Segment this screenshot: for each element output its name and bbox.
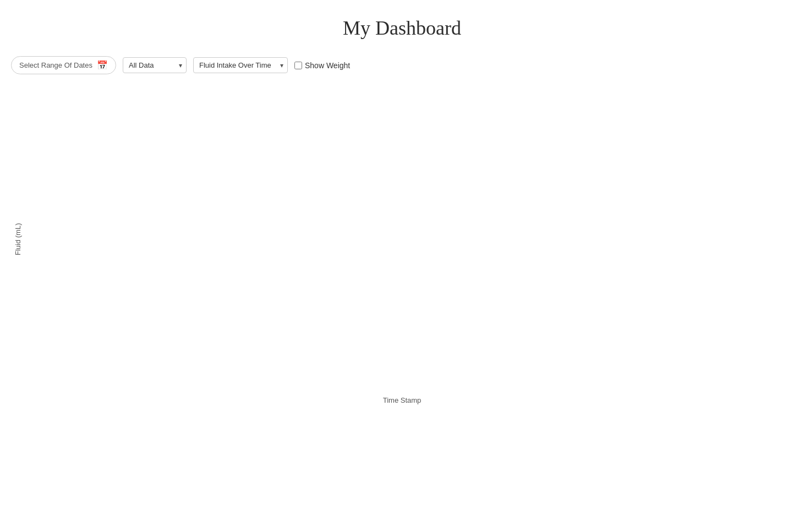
svg-point-82: [388, 290, 392, 295]
x-tick-label: 05/02/2010,22:16:41: [81, 393, 98, 439]
chart-container: Fluid (mL) 708090100110120130140150 01/0…: [11, 85, 793, 450]
svg-point-88: [490, 161, 495, 165]
svg-text:110: 110: [34, 233, 45, 240]
svg-point-100: [694, 182, 699, 186]
x-tick-label: 05/02/2021,22:16:41: [776, 393, 793, 439]
x-tick-label: 01/01/2020,22:16:41: [657, 393, 674, 439]
x-tick-label: 05/02/2011,22:16:41: [132, 393, 149, 439]
x-tick-label: 01/01/2011,22:16:41: [97, 393, 114, 439]
svg-point-70: [184, 175, 188, 179]
x-tick-label: 02/02/2013,22:16:41: [233, 393, 250, 439]
date-range-button[interactable]: Select Range Of Dates 📅: [11, 56, 116, 74]
x-tick-label: 02/02/2018,22:16:41: [555, 393, 572, 439]
svg-point-64: [81, 217, 86, 221]
x-tick-label: 04/01/2016,22:16:41: [454, 393, 471, 439]
x-tick-label: 02/02/2016,22:16:41: [437, 393, 454, 439]
x-tick-label: 04/01/2014,22:16:41: [335, 393, 352, 439]
x-tick-label: 01/01/2012,22:16:41: [149, 393, 166, 439]
svg-point-83: [405, 157, 409, 162]
x-tick-label: 02/02/2020,22:16:41: [674, 393, 691, 439]
svg-point-105: [780, 266, 784, 270]
show-weight-checkbox[interactable]: [294, 62, 302, 69]
show-weight-label[interactable]: Show Weight: [294, 61, 350, 70]
all-data-select-wrapper: All DataLast 30 DaysLast 90 DaysCustom: [123, 57, 187, 73]
show-weight-text: Show Weight: [305, 61, 350, 70]
svg-point-89: [507, 157, 512, 162]
x-axis-ticks: 01/01/2010,22:16:4102/02/2010,22:16:4105…: [22, 393, 793, 439]
svg-text:90: 90: [38, 303, 46, 311]
x-tick-label: 04/01/2013,22:16:41: [267, 393, 285, 439]
x-tick-label: 01/01/2014,22:16:41: [284, 393, 301, 439]
svg-point-72: [218, 206, 222, 211]
chart-type-select[interactable]: Fluid Intake Over TimeWeight Over TimeCo…: [193, 57, 288, 73]
svg-point-92: [559, 326, 563, 330]
svg-point-63: [64, 266, 69, 270]
svg-point-85: [439, 242, 444, 246]
svg-point-77: [303, 193, 307, 197]
svg-point-101: [712, 238, 716, 242]
svg-point-66: [116, 108, 120, 113]
svg-text:70: 70: [38, 373, 46, 381]
svg-point-94: [593, 147, 597, 151]
x-tick-label: 03/01/2017,22:16:41: [505, 393, 522, 439]
x-tick-label: 03/03/2012,22:16:41: [183, 393, 200, 439]
svg-point-97: [643, 112, 648, 116]
svg-point-104: [763, 125, 767, 130]
svg-point-87: [473, 224, 478, 228]
controls-bar: Select Range Of Dates 📅 All DataLast 30 …: [0, 51, 804, 80]
x-tick-label: 02/02/2011,22:16:41: [114, 393, 132, 439]
x-tick-label: 05/02/2012,22:16:41: [199, 393, 216, 439]
x-tick-label: 05/02/2015,22:16:41: [403, 393, 420, 439]
svg-point-93: [574, 92, 582, 100]
x-tick-label: 03/03/2019,22:16:41: [623, 393, 641, 439]
x-tick-label: 01/01/2016,22:16:41: [420, 393, 437, 439]
svg-point-84: [422, 157, 426, 162]
svg-point-103: [746, 133, 750, 137]
svg-point-71: [201, 171, 205, 175]
x-tick-label: 01/01/2013,22:16:41: [216, 393, 233, 439]
svg-text:130: 130: [34, 163, 45, 171]
x-tick-label: 05/02/2019,22:16:41: [640, 393, 657, 439]
svg-text:140: 140: [34, 128, 45, 135]
x-tick-label: 05/02/2016,22:16:41: [471, 393, 488, 439]
svg-point-75: [269, 182, 273, 186]
y-axis-label: Fluid (mL): [11, 85, 22, 439]
chart-inner: 708090100110120130140150 01/01/2010,22:1…: [22, 85, 793, 439]
svg-text:100: 100: [34, 268, 45, 276]
svg-point-69: [167, 210, 171, 214]
svg-point-102: [729, 147, 733, 151]
svg-point-74: [251, 108, 256, 113]
svg-point-65: [99, 280, 103, 284]
x-tick-label: 02/02/2010,22:16:41: [64, 393, 81, 439]
svg-point-95: [609, 206, 614, 211]
chart-area: Fluid (mL) 708090100110120130140150 01/0…: [11, 85, 793, 439]
svg-point-78: [320, 119, 324, 123]
x-tick-label: 04/02/2017,22:16:41: [522, 393, 539, 439]
svg-point-91: [542, 234, 546, 239]
svg-point-99: [677, 115, 682, 119]
svg-point-73: [234, 119, 239, 123]
svg-text:150: 150: [34, 92, 45, 100]
calendar-icon: 📅: [97, 60, 108, 70]
main-chart-svg: 708090100110120130140150: [22, 85, 793, 393]
svg-point-90: [524, 153, 529, 158]
x-tick-label: 03/03/2015,22:16:41: [386, 393, 403, 439]
x-tick-label: 01/01/2021,22:16:41: [725, 393, 742, 439]
svg-point-79: [337, 112, 341, 116]
x-axis-label: Time Stamp: [11, 439, 793, 450]
page-title: My Dashboard: [0, 0, 804, 51]
svg-point-80: [354, 150, 358, 155]
all-data-select[interactable]: All DataLast 30 DaysLast 90 DaysCustom: [123, 57, 187, 73]
svg-point-76: [286, 119, 290, 123]
svg-point-81: [371, 273, 375, 277]
x-tick-label: 03/03/2021,22:16:41: [759, 393, 776, 439]
x-tick-label: 03/03/2014,22:16:41: [318, 393, 335, 439]
date-range-label: Select Range Of Dates: [19, 61, 92, 69]
x-tick-label: 02/02/2014,22:16:41: [301, 393, 318, 439]
svg-point-67: [133, 164, 137, 169]
x-tick-label: 01/01/2019,22:16:41: [589, 393, 606, 439]
x-tick-label: 03/03/2013,22:16:41: [250, 393, 267, 439]
chart-type-select-wrapper: Fluid Intake Over TimeWeight Over TimeCo…: [193, 57, 288, 73]
x-tick-label: 01/01/2015,22:16:41: [352, 393, 369, 439]
svg-point-96: [625, 226, 632, 233]
